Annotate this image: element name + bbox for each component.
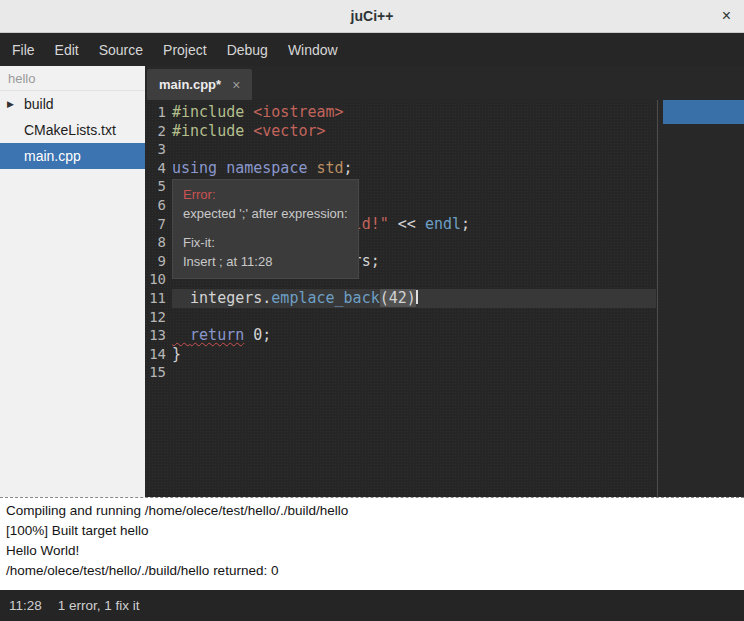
statusbar: 11:28 1 error, 1 fix it [0,590,744,621]
code-token: ; [461,215,470,233]
line-number: 10 [145,270,166,289]
line-number-gutter: 123456789101112131415 [145,103,166,382]
line-number: 11 [145,289,166,308]
code-line-12[interactable] [172,308,656,327]
menu-edit[interactable]: Edit [45,33,89,66]
tab-close-icon[interactable]: × [232,77,240,93]
scrollbar-thumb[interactable] [663,100,744,124]
tooltip-error-label: Error: [183,185,348,204]
menu-file[interactable]: File [2,33,45,66]
code-line-15[interactable] [172,363,656,382]
code-token: ( [380,289,389,307]
menubar: FileEditSourceProjectDebugWindow [0,33,744,66]
sidebar-item-label: build [24,96,54,112]
line-number: 15 [145,363,166,382]
code-line-14[interactable]: } [172,345,656,364]
code-token [307,159,316,177]
code-line-11[interactable]: integers.emplace_back(42) [172,289,656,308]
menu-source[interactable]: Source [89,33,153,66]
output-line: Compiling and running /home/olece/test/h… [6,501,738,521]
sidebar-item-label: CMakeLists.txt [24,122,116,138]
line-number: 2 [145,122,166,141]
app-window: juCi++ × FileEditSourceProjectDebugWindo… [0,0,744,621]
sidebar-item-build[interactable]: ▶build [0,91,145,117]
code-token: std [317,159,344,177]
editor-right-separator [657,100,658,497]
line-number: 1 [145,103,166,122]
file-tree: ▶buildCMakeLists.txtmain.cpp [0,91,145,169]
tabbar: main.cpp*× [145,66,744,100]
code-token: } [172,345,181,363]
line-number: 4 [145,159,166,178]
code-token: <vector> [253,122,325,140]
code-token: endl [425,215,461,233]
line-number: 6 [145,196,166,215]
titlebar: juCi++ × [0,0,744,33]
menu-debug[interactable]: Debug [217,33,278,66]
code-token: ) [407,289,416,307]
line-number: 14 [145,345,166,364]
code-line-13[interactable]: return 0; [172,326,656,345]
code-token: << [389,215,425,233]
text-cursor [416,290,418,304]
code-token [172,326,190,344]
scrollbar-track[interactable] [658,100,744,497]
tooltip-fixit-label: Fix-it: [183,233,348,252]
line-number: 8 [145,233,166,252]
code-token: integers. [172,289,271,307]
code-token: using [172,159,217,177]
line-number: 12 [145,308,166,327]
line-number: 9 [145,252,166,271]
code-token: <iostream> [253,103,343,121]
tab-main-cpp-[interactable]: main.cpp*× [147,69,252,100]
line-number: 7 [145,215,166,234]
line-number: 5 [145,177,166,196]
line-number: 3 [145,140,166,159]
diagnostics-summary: 1 error, 1 fix it [58,598,140,613]
sidebar-item-label: main.cpp [24,148,81,164]
code-line-3[interactable] [172,140,656,159]
code-line-1[interactable]: #include <iostream> [172,103,656,122]
output-line: /home/olece/test/hello/./build/hello ret… [6,561,738,581]
code-token: 0; [244,326,271,344]
sidebar-item-cmakelists-txt[interactable]: CMakeLists.txt [0,117,145,143]
code-token: 42 [389,289,407,307]
code-token: ; [344,159,353,177]
output-line: [100%] Built target hello [6,521,738,541]
tooltip-error-text: expected ';' after expression: [183,204,348,223]
code-line-2[interactable]: #include <vector> [172,122,656,141]
code-token: #include [172,122,253,140]
line-number: 13 [145,326,166,345]
cursor-position: 11:28 [9,598,42,613]
code-token: namespace [226,159,307,177]
code-token: return [190,326,244,344]
menu-window[interactable]: Window [278,33,348,66]
diagnostic-tooltip: Error: expected ';' after expression: Fi… [172,179,359,279]
expander-icon[interactable]: ▶ [7,99,14,109]
output-line: Hello World! [6,541,738,561]
main-area: hello ▶buildCMakeLists.txtmain.cpp main.… [0,66,744,497]
close-icon[interactable]: × [722,7,731,25]
sidebar: hello ▶buildCMakeLists.txtmain.cpp [0,66,145,497]
menu-project[interactable]: Project [153,33,217,66]
code-token: #include [172,103,253,121]
project-name: hello [0,66,145,91]
window-title: juCi++ [351,8,394,24]
output-panel: Compiling and running /home/olece/test/h… [0,497,744,590]
code-editor[interactable]: 123456789101112131415 #include <iostream… [145,100,744,497]
tab-label: main.cpp* [159,77,221,92]
code-token: emplace_back [271,289,379,307]
editor-pane: main.cpp*× 123456789101112131415 #includ… [145,66,744,497]
code-token [217,159,226,177]
tooltip-fixit-text: Insert ; at 11:28 [183,252,348,271]
code-line-4[interactable]: using namespace std; [172,159,656,178]
tooltip-spacer [183,223,348,233]
sidebar-item-main-cpp[interactable]: main.cpp [0,143,145,169]
